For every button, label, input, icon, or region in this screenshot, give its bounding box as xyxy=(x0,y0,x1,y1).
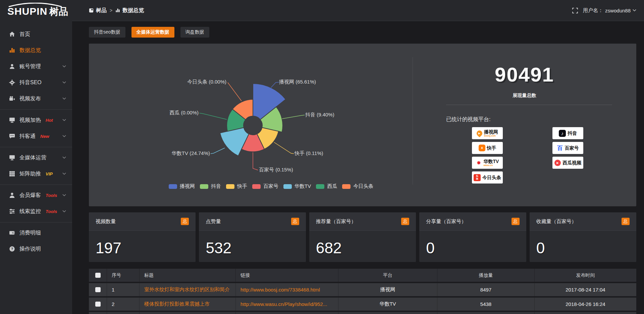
kuaishou-logo-icon: 8 xyxy=(479,145,485,151)
question-icon: ? xyxy=(9,246,15,252)
videos-table: 序号标题链接平台播放量发布时间1室外水纹灯和室内水纹灯的区别和简介http://… xyxy=(89,269,636,314)
platform-badge-抖音[interactable]: ♪抖音 xyxy=(552,127,583,139)
sidebar-item-2[interactable]: 账号管理 xyxy=(0,58,72,74)
platform-subtext: boosj.com xyxy=(484,135,496,137)
stat-card-header: 收藏量（百家号）总 xyxy=(530,212,636,231)
horizontal-divider xyxy=(446,105,612,105)
sidebar-item-4[interactable]: 视频发布 xyxy=(0,91,72,107)
fullscreen-icon[interactable] xyxy=(572,8,578,13)
cell-index: 1 xyxy=(107,283,139,296)
sidebar-item-1[interactable]: 数据总览 xyxy=(0,42,72,58)
table-row-1: 2楼体投影灯投影效果震撼上市http://www.wasu.cn/Play/sh… xyxy=(89,298,636,311)
sidebar-item-badge: New xyxy=(40,134,49,139)
table-row-0: 1室外水纹灯和室内水纹灯的区别和简介http://www.boosj.com/7… xyxy=(89,283,636,296)
main-content: 抖音seo数据全媒体运营数据询盘数据 播视网抖音快手百家号华数TV西瓜今日头条 … xyxy=(72,21,644,314)
legend-item-百家号[interactable]: 百家号 xyxy=(252,183,278,190)
rose-pie-chart[interactable] xyxy=(89,44,413,206)
row-checkbox[interactable] xyxy=(95,287,101,292)
total-badge[interactable]: 总 xyxy=(181,218,189,225)
total-badge[interactable]: 总 xyxy=(291,218,299,225)
user-card-icon xyxy=(9,63,15,69)
cell-url-link[interactable]: http://www.boosj.com/7338468.html xyxy=(240,287,320,293)
breadcrumb: 树品>数据总览 xyxy=(89,7,144,14)
pie-label-华数TV: 华数TV (24.74%) xyxy=(172,150,210,157)
cell-published: 2017-08-24 17:04 xyxy=(534,283,636,296)
cell-title-link[interactable]: 室外水纹灯和室内水纹灯的区别和简介 xyxy=(144,286,230,293)
sidebar-item-8[interactable]: 矩阵助推VIP xyxy=(0,166,72,182)
sidebar-item-label: 矩阵助推 xyxy=(19,170,41,177)
platform-badge-播视网[interactable]: ▶播视网boosj.com xyxy=(472,127,503,139)
sidebar-item-12[interactable]: ?操作说明 xyxy=(0,241,72,257)
total-badge[interactable]: 总 xyxy=(512,218,520,225)
sidebar-item-9[interactable]: 会员爆客Tools xyxy=(0,187,72,203)
table-header-row: 序号标题链接平台播放量发布时间 xyxy=(89,269,636,282)
sidebar-item-5[interactable]: 视频加热Hot xyxy=(0,112,72,128)
legend-item-西瓜[interactable]: 西瓜 xyxy=(316,183,337,190)
douyin-logo-icon: ♪ xyxy=(559,130,566,137)
app-icon xyxy=(89,8,94,13)
sidebar-item-badge: Tools xyxy=(46,193,57,198)
legend-swatch xyxy=(200,184,208,189)
sidebar-item-badge: Tools xyxy=(46,209,57,214)
stat-card-2: 推荐量（百家号）总682 xyxy=(309,212,416,262)
stat-card-0: 视频数量总197 xyxy=(89,212,196,262)
tab-2[interactable]: 询盘数据 xyxy=(180,27,209,38)
platform-badge-快手[interactable]: 8快手 xyxy=(472,142,503,154)
bars-icon xyxy=(9,47,15,53)
total-badge[interactable]: 总 xyxy=(622,218,630,225)
legend-item-抖音[interactable]: 抖音 xyxy=(200,183,221,190)
column-header-3: 平台 xyxy=(338,269,437,282)
select-all-checkbox[interactable] xyxy=(95,273,101,278)
wasu-logo-icon: ✸ xyxy=(476,160,482,166)
boosj-logo-icon: ▶ xyxy=(475,129,483,137)
topbar-right: 用户名：zswodun88 xyxy=(572,7,636,14)
data-tabs: 抖音seo数据全媒体运营数据询盘数据 xyxy=(89,27,636,38)
legend-label: 抖音 xyxy=(211,183,221,190)
chart-legend: 播视网抖音快手百家号华数TV西瓜今日头条 xyxy=(169,183,373,190)
sidebar-item-11[interactable]: 消费明细 xyxy=(0,225,72,241)
tab-1[interactable]: 全媒体运营数据 xyxy=(131,27,174,38)
platform-badge-百家号[interactable]: 百百家号 xyxy=(552,142,583,154)
sidebar-item-10[interactable]: 线索监控Tools xyxy=(0,203,72,219)
stat-card-4: 收藏量（百家号）总0 xyxy=(530,212,636,262)
cell-title-link[interactable]: 楼体投影灯投影效果震撼上市 xyxy=(144,301,210,307)
row-checkbox[interactable] xyxy=(95,302,101,307)
legend-item-快手[interactable]: 快手 xyxy=(226,183,247,190)
platform-badge-今日头条[interactable]: 头条今日头条 xyxy=(472,171,503,184)
user-menu[interactable]: 用户名：zswodun88 xyxy=(583,7,636,14)
breadcrumb-item-1[interactable]: 数据总览 xyxy=(115,7,144,14)
legend-item-今日头条[interactable]: 今日头条 xyxy=(342,183,373,190)
platforms-label: 已统计的视频平台: xyxy=(446,116,490,123)
legend-item-华数TV[interactable]: 华数TV xyxy=(283,183,311,190)
stat-card-label: 推荐量（百家号） xyxy=(316,218,356,225)
sidebar-item-label: 数据总览 xyxy=(19,47,41,54)
total-badge[interactable]: 总 xyxy=(401,218,409,225)
breadcrumb-item-0[interactable]: 树品 xyxy=(89,7,107,14)
legend-swatch xyxy=(342,184,351,189)
tab-0[interactable]: 抖音seo数据 xyxy=(89,27,125,38)
sidebar-item-0[interactable]: 首页 xyxy=(0,26,72,42)
cell-platform: 播视网 xyxy=(338,283,437,296)
platform-badge-华数TV[interactable]: ✸华数TVwasu.cn xyxy=(472,157,503,169)
home-icon xyxy=(9,31,15,37)
platform-badge-grid: ▶播视网boosj.com♪抖音8快手百百家号✸华数TVwasu.cn▶西瓜视频… xyxy=(472,127,583,184)
legend-swatch xyxy=(316,184,324,189)
cell-url-link[interactable]: http://www.wasu.cn/Play/show/id/952... xyxy=(240,301,327,307)
sidebar-item-6[interactable]: 抖客通New xyxy=(0,128,72,144)
screen-icon xyxy=(9,117,15,123)
monitor-icon xyxy=(9,155,15,161)
legend-item-播视网[interactable]: 播视网 xyxy=(169,183,195,190)
sidebar-item-3[interactable]: 抖音SEO xyxy=(0,74,72,91)
sidebar-divider xyxy=(0,222,72,222)
legend-swatch xyxy=(226,184,234,189)
sidebar-item-7[interactable]: 全媒体运营 xyxy=(0,150,72,166)
legend-swatch xyxy=(283,184,292,189)
row-checkbox-cell xyxy=(89,298,107,311)
pie-slice-华数TV[interactable] xyxy=(220,127,249,156)
chevron-down-icon xyxy=(633,9,636,12)
chevron-down-icon xyxy=(62,119,66,121)
platform-badge-西瓜视频[interactable]: ▶西瓜视频 xyxy=(552,157,583,169)
app-logo[interactable]: SHUPIN树品 xyxy=(0,0,72,21)
label-leader-line xyxy=(253,152,258,170)
label-leader-line xyxy=(282,115,305,119)
